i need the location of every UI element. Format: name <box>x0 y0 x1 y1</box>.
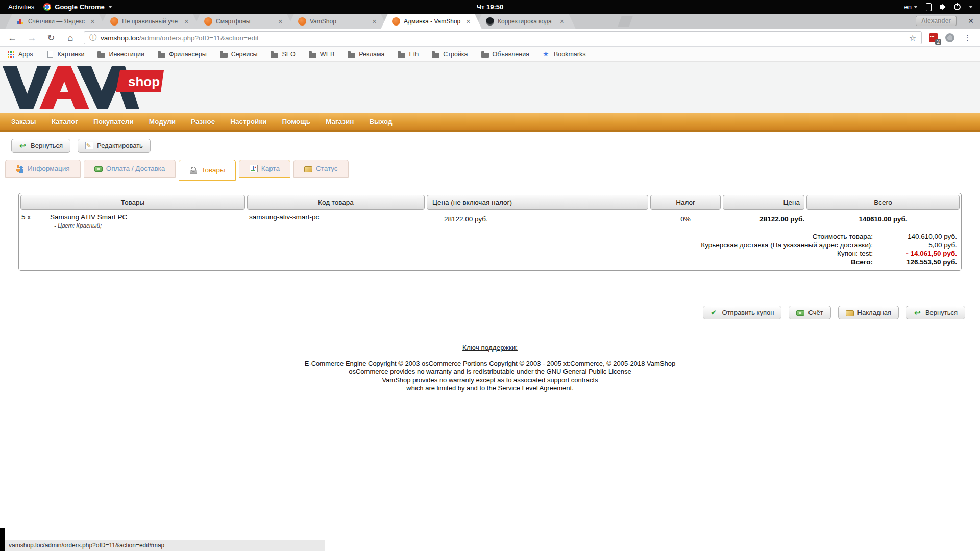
nav-item[interactable]: Настройки <box>230 118 266 126</box>
basket-icon <box>189 166 198 174</box>
product-name: Samsung ATIV Smart PC <box>50 213 127 221</box>
url-host: vamshop.loc <box>101 34 139 42</box>
nav-item[interactable]: Магазин <box>326 118 354 126</box>
toolbar-button[interactable]: Вернуться <box>11 139 70 153</box>
check-icon <box>710 309 719 317</box>
forward-icon[interactable]: → <box>26 33 38 43</box>
action-button[interactable]: Отправить купон <box>703 306 782 319</box>
bookmarks-bar: Apps Картинки Инвестиции Фрилансеры Серв… <box>0 47 980 62</box>
globe-extension-icon[interactable] <box>945 33 954 42</box>
nav-item[interactable]: Заказы <box>11 118 36 126</box>
nav-item[interactable]: Покупатели <box>93 118 134 126</box>
browser-menu-icon[interactable]: ⋮ <box>962 33 974 42</box>
order-summary: Стоимость товара: 140.610,00 руб. Курьер… <box>20 233 960 266</box>
bookmark-item[interactable]: WEB <box>309 51 334 58</box>
browser-tab[interactable]: Не правильный уче ✕ <box>99 14 200 29</box>
battery-icon[interactable] <box>926 3 932 11</box>
home-icon[interactable]: ⌂ <box>64 33 77 43</box>
button-label: Вернуться <box>925 309 958 316</box>
order-tab[interactable]: Информация <box>5 160 81 178</box>
summary-label: Курьерская доставка (На указанный адрес … <box>701 241 873 250</box>
nav-item[interactable]: Каталог <box>52 118 78 126</box>
chevron-down-icon <box>969 6 973 10</box>
column-header: Товары <box>20 195 245 210</box>
bookmark-item[interactable]: Реклама <box>348 51 384 58</box>
orange-icon <box>298 17 306 26</box>
close-icon[interactable]: ✕ <box>371 18 378 25</box>
folder-icon <box>348 53 355 58</box>
action-button[interactable]: Вернуться <box>906 306 965 319</box>
order-tab[interactable]: Оплата / Доставка <box>84 160 176 178</box>
support-key-link[interactable]: Ключ поддержки: <box>462 344 518 352</box>
return-icon <box>19 142 27 150</box>
tab-title: Админка - VamShop <box>404 18 461 25</box>
bookmark-item[interactable]: Инвестиции <box>97 51 144 58</box>
toolbar-button[interactable]: Редактировать <box>78 139 151 153</box>
button-label: Вернуться <box>31 142 63 149</box>
bookmark-item[interactable]: Bookmarks <box>543 51 586 58</box>
back-icon[interactable]: ← <box>6 33 18 43</box>
clock[interactable]: Чт 19:50 <box>0 3 980 11</box>
browser-tab[interactable]: Смартфоны ✕ <box>193 14 294 29</box>
bookmark-star-icon[interactable]: ☆ <box>909 33 916 43</box>
browser-tab[interactable]: Счётчики — Яндекс ✕ <box>5 14 106 29</box>
table-header-row: Товары Код товара Цена (не включая налог… <box>20 195 960 210</box>
bookmark-item[interactable]: Объявления <box>481 51 529 58</box>
folder-icon <box>271 53 278 58</box>
system-bar: Activities Google Chrome Чт 19:50 en <box>0 0 980 14</box>
bookmark-item[interactable]: Стройка <box>432 51 468 58</box>
browser-tab-strip: Счётчики — Яндекс ✕ Не правильный уче ✕ … <box>0 14 980 29</box>
close-icon[interactable]: ✕ <box>89 18 96 25</box>
summary-row: Всего: 126.553,50 руб. <box>20 258 957 267</box>
bookmark-item[interactable]: Сервисы <box>220 51 258 58</box>
bookmark-label: Инвестиции <box>109 51 144 58</box>
box-icon <box>304 166 312 172</box>
order-tab[interactable]: Товары <box>179 160 235 181</box>
close-icon[interactable]: ✕ <box>559 18 566 25</box>
nav-item[interactable]: Выход <box>369 118 392 126</box>
close-icon[interactable]: ✕ <box>465 18 472 25</box>
language-indicator[interactable]: en <box>904 3 918 11</box>
product-attribute: - Цвет: Красный; <box>54 222 127 229</box>
close-icon[interactable]: ✕ <box>277 18 284 25</box>
extension-icon[interactable]: 2 <box>929 33 938 42</box>
action-button[interactable]: Счёт <box>789 306 830 319</box>
power-icon[interactable] <box>954 4 961 10</box>
browser-tab[interactable]: VamShop ✕ <box>287 14 388 29</box>
vamshop-logo[interactable]: shop <box>2 65 165 110</box>
nav-item[interactable]: Модули <box>149 118 176 126</box>
order-tab[interactable]: Карта <box>239 160 290 178</box>
tab-title: Корректирока кода <box>498 18 555 25</box>
browser-tab[interactable]: Админка - VamShop ✕ <box>381 14 482 29</box>
volume-icon[interactable] <box>940 4 946 10</box>
close-icon[interactable]: ✕ <box>183 18 190 25</box>
folder-icon <box>158 53 165 58</box>
window-close-icon[interactable]: ✕ <box>968 17 974 25</box>
edit-icon <box>85 142 93 149</box>
folder-icon <box>432 53 439 58</box>
action-button[interactable]: Накладная <box>838 306 899 319</box>
bookmark-item[interactable]: SEO <box>271 51 295 58</box>
footer-line: VamShop provides no warranty except as t… <box>0 376 980 384</box>
map-icon <box>250 165 258 172</box>
browser-tab[interactable]: Корректирока кода ✕ <box>475 14 576 29</box>
bookmark-label: Bookmarks <box>554 51 586 58</box>
bookmark-item[interactable]: Фрилансеры <box>158 51 207 58</box>
profile-chip[interactable]: Alexander <box>916 16 957 26</box>
reload-icon[interactable]: ↻ <box>45 32 57 43</box>
bookmark-item[interactable]: Eth <box>398 51 419 58</box>
bookmark-label: Сервисы <box>231 51 258 58</box>
order-tab[interactable]: Статус <box>293 160 349 178</box>
column-header: Код товара <box>247 195 425 210</box>
info-icon[interactable]: ⓘ <box>89 33 96 42</box>
tab-title: Смартфоны <box>216 18 274 25</box>
grid-icon <box>7 51 15 58</box>
bookmark-item[interactable]: Apps <box>7 51 33 58</box>
nav-item[interactable]: Помощь <box>282 118 310 126</box>
total-value: 140610.00 руб. <box>806 213 960 229</box>
bookmark-item[interactable]: Картинки <box>46 51 85 58</box>
summary-label: Купон: test: <box>837 249 873 258</box>
nav-item[interactable]: Разное <box>191 118 215 126</box>
address-bar[interactable]: ⓘ vamshop.loc/admin/orders.php?oID=11&ac… <box>84 31 922 44</box>
page-icon <box>47 51 53 58</box>
